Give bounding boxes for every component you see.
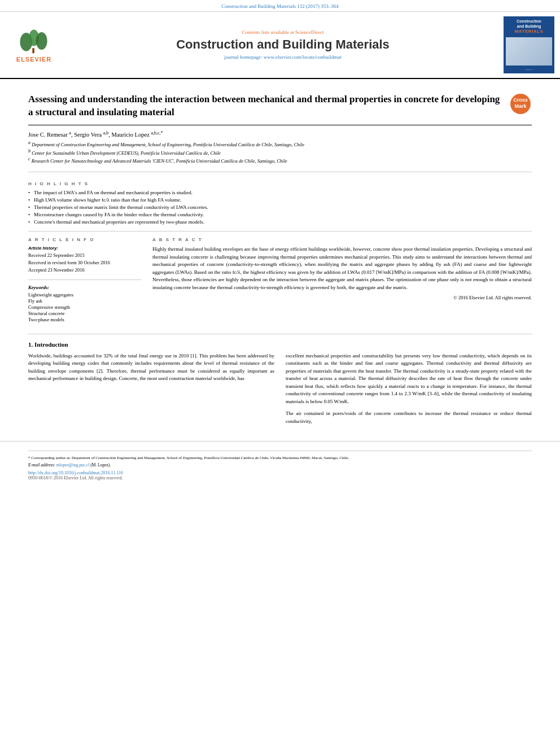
highlight-4: Microstructure changes caused by FA in t… — [28, 212, 532, 217]
footer-divider — [28, 451, 532, 451]
keyword-4: Structural concrete — [28, 311, 141, 316]
corresponding-note: * Corresponding author at: Department of… — [28, 456, 532, 461]
author-vera: Sergio Vera a,b, — [74, 132, 110, 138]
highlights-section: H I G H L I G H T S The impact of LWA's … — [28, 177, 532, 231]
email-address[interactable]: mlopez@ing.puc.cl — [56, 462, 90, 468]
author-remesar: Jose C. Remesar a, — [28, 132, 73, 138]
abstract-copyright: © 2016 Elsevier Ltd. All rights reserved… — [152, 295, 532, 300]
svg-rect-3 — [32, 48, 34, 53]
svg-text:Mark: Mark — [514, 103, 527, 109]
keyword-5: Two-phase models — [28, 317, 141, 322]
history-label: Article history: — [28, 246, 141, 251]
affiliation-c: c Research Center for Nanotechnology and… — [28, 156, 532, 164]
highlight-3: Thermal properties of mortar matrix limi… — [28, 204, 532, 210]
keywords-label: Keywords: — [28, 285, 141, 290]
revised-date: Received in revised form 30 October 2016 — [28, 260, 141, 267]
cover-title: Constructionand BuildingMATERIALS — [506, 19, 552, 35]
article-info-abstract-section: A R T I C L E I N F O Article history: R… — [28, 231, 532, 334]
elsevier-logo: ELSEVIER — [6, 27, 62, 63]
email-note: E-mail address: mlopez@ing.puc.cl (M. Lo… — [28, 462, 532, 469]
introduction-heading: 1. Introduction — [28, 341, 532, 348]
cover-image-placeholder — [506, 37, 552, 65]
intro-paragraph-2: excellent mechanical properties and cons… — [286, 352, 532, 406]
doi-line[interactable]: http://dx.doi.org/10.1016/j.conbuildmat.… — [28, 470, 532, 475]
email-label: E-mail address: — [28, 462, 55, 468]
authors-line: Jose C. Remesar a, Sergio Vera a,b, Maur… — [28, 130, 532, 138]
abstract-label: A B S T R A C T — [152, 237, 532, 242]
journal-header: ELSEVIER Contents lists available at Sci… — [0, 12, 560, 79]
svg-text:Cross: Cross — [513, 97, 528, 103]
article-info-column: A R T I C L E I N F O Article history: R… — [28, 237, 141, 328]
journal-main-title: Construction and Building Materials — [62, 37, 504, 52]
journal-ref-text: Construction and Building Materials 132 … — [221, 3, 338, 9]
crossmark-badge[interactable]: Cross Mark — [509, 93, 532, 115]
divider-1 — [28, 172, 532, 172]
elsevier-tree-icon — [14, 27, 54, 55]
highlight-1: The impact of LWA's and FA on thermal an… — [28, 190, 532, 195]
email-suffix: (M. Lopez). — [90, 462, 111, 468]
main-content: Assessing and understanding the interact… — [0, 79, 560, 436]
introduction-body: Worldwide, buildings accounted for 32% o… — [28, 352, 532, 430]
corresponding-note-text: * Corresponding author at: Department of… — [28, 456, 349, 460]
page-footer: * Corresponding author at: Department of… — [0, 441, 560, 486]
keyword-2: Fly ash — [28, 298, 141, 304]
article-title: Assessing and understanding the interact… — [28, 93, 501, 120]
highlight-2: High LWA volume shows higher fc/λ ratio … — [28, 197, 532, 203]
keywords-section: Keywords: Lightweight aggregates Fly ash… — [28, 285, 141, 322]
article-info-label: A R T I C L E I N F O — [28, 237, 141, 242]
journal-cover-thumbnail: Constructionand BuildingMATERIALS —— — [504, 16, 554, 73]
received-date: Received 22 September 2015 — [28, 252, 141, 259]
authors-section: Jose C. Remesar a, Sergio Vera a,b, Maur… — [28, 125, 532, 167]
affiliations: a Department of Construction Engineering… — [28, 140, 532, 165]
author-lopez: Mauricio Lopez a,b,c,* — [111, 132, 163, 138]
keyword-3: Compressive strength — [28, 304, 141, 310]
elsevier-label: ELSEVIER — [16, 56, 51, 63]
introduction-section: 1. Introduction Worldwide, buildings acc… — [28, 334, 532, 430]
intro-paragraph-1: Worldwide, buildings accounted for 32% o… — [28, 352, 274, 383]
svg-point-2 — [36, 32, 47, 50]
intro-left-col: Worldwide, buildings accounted for 32% o… — [28, 352, 274, 430]
journal-reference: Construction and Building Materials 132 … — [0, 0, 560, 12]
info-divider — [28, 279, 141, 280]
journal-title-center: Contents lists available at ScienceDirec… — [62, 29, 504, 60]
intro-paragraph-3: The air contained in pores/voids of the … — [286, 410, 532, 425]
highlight-5: Concrete's thermal and mechanical proper… — [28, 219, 532, 225]
sciencedirect-name: ScienceDirect — [295, 29, 323, 35]
accepted-date: Accepted 23 November 2016 — [28, 267, 141, 274]
affiliation-b: b Center for Sustainable Urban Developme… — [28, 148, 532, 156]
article-title-section: Assessing and understanding the interact… — [28, 85, 532, 126]
sciencedirect-link: Contents lists available at ScienceDirec… — [62, 29, 504, 35]
affiliation-a: a Department of Construction Engineering… — [28, 140, 532, 148]
cover-bottom: —— — [506, 68, 552, 71]
abstract-column: A B S T R A C T Highly thermal insulated… — [152, 237, 532, 328]
article-history: Article history: Received 22 September 2… — [28, 246, 141, 274]
journal-homepage: journal homepage: www.elsevier.com/locat… — [62, 54, 504, 60]
intro-right-col: excellent mechanical properties and cons… — [286, 352, 532, 430]
issn-line: 0950-0618/© 2016 Elsevier Ltd. All right… — [28, 475, 532, 480]
sciencedirect-prefix: Contents lists available at — [242, 29, 295, 35]
highlights-label: H I G H L I G H T S — [28, 181, 532, 186]
keyword-1: Lightweight aggregates — [28, 292, 141, 298]
abstract-text: Highly thermal insulated building envelo… — [152, 246, 532, 291]
